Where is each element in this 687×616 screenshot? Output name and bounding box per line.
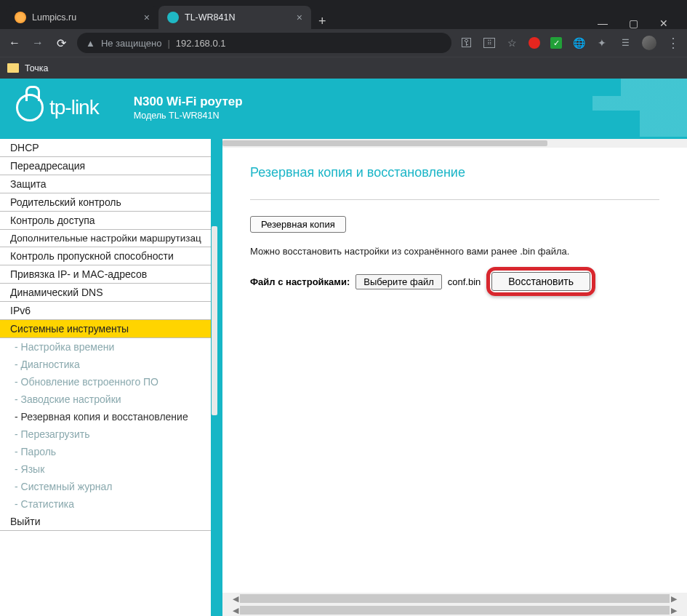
restore-highlight: Восстановить — [486, 267, 595, 296]
sidebar-subitem[interactable]: - Обновление встроенного ПО — [0, 373, 218, 391]
page-title: Резервная копия и восстановление — [250, 165, 659, 180]
header-decoration — [592, 79, 687, 137]
sidebar-item[interactable]: Переадресация — [0, 157, 218, 175]
model-line1: N300 Wi-Fi роутер — [134, 95, 243, 109]
bookmark-star-icon[interactable] — [505, 36, 518, 49]
content: Резервная копия и восстановление Резервн… — [222, 148, 687, 593]
sidebar-subitem[interactable]: - Перезагрузить — [0, 425, 218, 443]
favicon-icon — [167, 12, 179, 23]
sidebar-subitem[interactable]: - Системный журнал — [0, 478, 218, 495]
sidebar-item[interactable]: DHCP — [0, 139, 218, 157]
security-label: Не защищено — [101, 38, 162, 49]
hscroll-1[interactable]: ◀ ▶ — [222, 593, 687, 604]
tab-router[interactable]: TL-WR841N × — [158, 6, 311, 29]
tab-strip: Lumpics.ru × TL-WR841N × + — ▢ ✕ — [0, 0, 687, 29]
sidebar-item[interactable]: Динамический DNS — [0, 284, 218, 302]
divider — [250, 199, 659, 200]
file-label: Файл с настройками: — [250, 276, 350, 287]
sidebar-item[interactable]: Контроль доступа — [0, 212, 218, 230]
bookmark-item[interactable]: Точка — [25, 63, 49, 73]
sidebar-subitem[interactable]: - Заводские настройки — [0, 391, 218, 408]
scroll-track[interactable] — [240, 606, 670, 615]
sidebar-item[interactable]: Родительский контроль — [0, 193, 218, 212]
scrollbar-thumb[interactable] — [212, 226, 217, 415]
sidebar-subitem[interactable]: - Резервная копия и восстановление — [0, 408, 218, 425]
sidebar-item[interactable]: Системные инструменты — [0, 320, 218, 338]
sidebar-subitem[interactable]: - Диагностика — [0, 356, 218, 373]
key-icon[interactable] — [460, 36, 473, 49]
logo-icon — [16, 94, 44, 121]
backup-button[interactable]: Резервная копия — [250, 216, 346, 233]
sidebar-subitem[interactable]: - Язык — [0, 460, 218, 478]
close-icon[interactable]: × — [144, 12, 150, 23]
extension-globe-icon[interactable] — [572, 36, 585, 49]
window-controls: — ▢ ✕ — [595, 17, 681, 29]
scroll-right-icon[interactable]: ▶ — [671, 606, 677, 615]
restore-button[interactable]: Восстановить — [491, 272, 590, 291]
file-row: Файл с настройками: Выберите файл conf.b… — [250, 267, 659, 296]
extensions-icon[interactable] — [595, 36, 608, 49]
translate-icon[interactable]: ⠿ — [483, 38, 495, 48]
reading-list-icon[interactable] — [619, 36, 632, 49]
new-tab-button[interactable]: + — [311, 14, 334, 29]
insecure-icon: ▲ — [86, 38, 95, 49]
sidebar: DHCPПереадресацияЗащитаРодительский конт… — [0, 139, 218, 616]
content-pane: Резервная копия и восстановление Резервн… — [218, 139, 687, 616]
sidebar-item[interactable]: Дополнительные настройки маршрутизац — [0, 230, 218, 247]
sidebar-item[interactable]: IPv6 — [0, 302, 218, 320]
sidebar-subitem[interactable]: - Настройка времени — [0, 338, 218, 356]
brand-text: tp-link — [49, 96, 99, 119]
browser-chrome: Lumpics.ru × TL-WR841N × + — ▢ ✕ ← → ⟳ ▲… — [0, 0, 687, 79]
sidebar-item[interactable]: Контроль пропускной способности — [0, 247, 218, 265]
tab-lumpics[interactable]: Lumpics.ru × — [6, 6, 158, 29]
choose-file-button[interactable]: Выберите файл — [355, 274, 441, 289]
sidebar-item[interactable]: Защита — [0, 175, 218, 193]
sidebar-scrollbar[interactable] — [211, 139, 218, 616]
content-scrollbar-top[interactable] — [222, 139, 687, 148]
folder-icon — [7, 63, 19, 73]
minimize-icon[interactable]: — — [595, 17, 610, 29]
model-info: N300 Wi-Fi роутер Модель TL-WR841N — [134, 95, 243, 121]
router-page: tp-link N300 Wi-Fi роутер Модель TL-WR84… — [0, 79, 687, 616]
scroll-track[interactable] — [240, 594, 670, 603]
router-header: tp-link N300 Wi-Fi роутер Модель TL-WR84… — [0, 79, 687, 137]
reload-icon[interactable]: ⟳ — [54, 36, 68, 50]
sidebar-subitem[interactable]: - Пароль — [0, 443, 218, 460]
sidebar-item[interactable]: Привязка IP- и MAC-адресов — [0, 265, 218, 284]
forward-icon[interactable]: → — [31, 36, 45, 49]
favicon-icon — [15, 12, 26, 23]
separator: | — [167, 38, 169, 49]
hscroll-2[interactable]: ◀ ▶ — [222, 604, 687, 616]
extension-shield-icon[interactable]: ✓ — [550, 37, 562, 49]
file-name: conf.bin — [448, 276, 481, 287]
router-body: DHCPПереадресацияЗащитаРодительский конт… — [0, 137, 687, 616]
close-window-icon[interactable]: ✕ — [656, 17, 671, 29]
back-icon[interactable]: ← — [7, 36, 22, 49]
maximize-icon[interactable]: ▢ — [626, 17, 640, 29]
model-line2: Модель TL-WR841N — [134, 111, 243, 121]
extension-opera-icon[interactable] — [529, 37, 540, 49]
restore-description: Можно восстановить настройки из сохранён… — [250, 246, 659, 257]
tab-title: Lumpics.ru — [32, 12, 76, 23]
browser-toolbar: ← → ⟳ ▲ Не защищено | 192.168.0.1 ⠿ ✓ — [0, 29, 687, 57]
close-icon[interactable]: × — [297, 12, 302, 23]
scroll-left-icon[interactable]: ◀ — [233, 594, 238, 604]
tab-title: TL-WR841N — [185, 12, 235, 23]
url-text: 192.168.0.1 — [176, 38, 226, 49]
bookmarks-bar: Точка — [0, 57, 687, 79]
scroll-right-icon[interactable]: ▶ — [671, 594, 677, 604]
profile-avatar-icon[interactable] — [642, 36, 656, 50]
toolbar-icons: ⠿ ✓ — [460, 36, 680, 50]
bottom-scrollbars: ◀ ▶ ◀ ▶ — [222, 593, 687, 616]
tp-link-logo: tp-link — [16, 94, 99, 121]
scroll-left-icon[interactable]: ◀ — [233, 606, 238, 615]
sidebar-subitem[interactable]: - Статистика — [0, 495, 218, 513]
address-bar[interactable]: ▲ Не защищено | 192.168.0.1 — [77, 33, 451, 53]
menu-icon[interactable] — [667, 36, 680, 49]
sidebar-item-logout[interactable]: Выйти — [0, 513, 218, 531]
